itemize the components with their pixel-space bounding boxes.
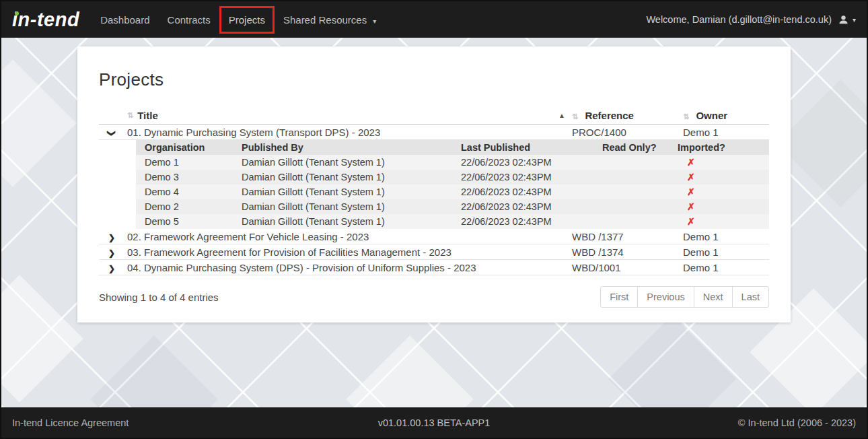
not-imported-icon: ✗ <box>678 157 769 168</box>
copyright-text: © In-tend Ltd (2006 - 2023) <box>738 417 856 428</box>
detail-organisation: Demo 5 <box>145 216 242 227</box>
row-detail-table: Organisation Published By Last Published… <box>136 140 769 229</box>
detail-published-by: Damian Gillott (Tenant System 1) <box>242 172 461 182</box>
entries-summary: Showing 1 to 4 of 4 entries <box>99 292 219 303</box>
table-row[interactable]: ❯ 01. Dynamic Purchasing System (Transpo… <box>99 125 769 140</box>
table-row[interactable]: ❯ 02. Framework Agreement For Vehicle Le… <box>99 229 769 244</box>
background-diamond <box>608 315 736 407</box>
detail-row: Demo 4 Damian Gillott (Tenant System 1) … <box>136 184 769 199</box>
not-imported-icon: ✗ <box>678 172 769 182</box>
detail-column-published-by: Published By <box>242 142 461 153</box>
pagination-previous-button[interactable]: Previous <box>637 286 694 308</box>
column-header-reference-label: Reference <box>585 110 634 121</box>
page-title: Projects <box>99 69 769 90</box>
detail-last-published: 22/06/2023 02:43PM <box>461 187 602 197</box>
not-imported-icon: ✗ <box>678 201 769 212</box>
app-logo-text: in-tend <box>12 9 79 30</box>
expand-row-icon[interactable]: ❯ <box>108 265 115 273</box>
detail-organisation: Demo 4 <box>145 187 242 197</box>
detail-organisation: Demo 2 <box>145 201 242 212</box>
expand-row-icon[interactable]: ❯ <box>108 234 115 242</box>
detail-column-imported: Imported? <box>678 142 769 153</box>
chevron-down-icon: ▾ <box>853 16 856 24</box>
background-diamond <box>1 59 77 187</box>
detail-published-by: Damian Gillott (Tenant System 1) <box>242 187 461 197</box>
detail-last-published: 22/06/2023 02:43PM <box>461 216 602 227</box>
column-header-title[interactable]: ⇅ Title ▲ <box>127 110 572 121</box>
row-reference: WBD /1377 <box>572 231 683 242</box>
nav-item-dashboard[interactable]: Dashboard <box>92 8 158 32</box>
licence-agreement-link[interactable]: In-tend Licence Agreement <box>12 417 129 428</box>
logo-green-dot <box>15 11 19 15</box>
main-content-area: Projects ⇅ Title ▲ ⇅ Reference ⇅ <box>1 38 867 407</box>
not-imported-icon: ✗ <box>678 187 769 197</box>
not-imported-icon: ✗ <box>678 216 769 227</box>
detail-column-read-only: Read Only? <box>602 142 678 153</box>
pagination: First Previous Next Last <box>600 286 769 308</box>
detail-header-row: Organisation Published By Last Published… <box>136 140 769 155</box>
detail-published-by: Damian Gillott (Tenant System 1) <box>242 157 461 168</box>
sort-icon[interactable]: ⇅ <box>683 112 689 121</box>
pagination-last-button[interactable]: Last <box>732 286 769 308</box>
table-row[interactable]: ❯ 04. Dynamic Purchasing System (DPS) - … <box>99 260 769 275</box>
app-window: in-tend Dashboard Contracts Projects Sha… <box>0 0 868 439</box>
row-reference: WBD/1001 <box>572 262 683 273</box>
nav-item-shared-resources-label: Shared Resources <box>283 14 367 26</box>
background-diamond <box>346 335 474 407</box>
column-header-reference[interactable]: ⇅ Reference <box>572 110 683 121</box>
detail-column-last-published: Last Published <box>461 142 602 153</box>
sort-icon[interactable]: ⇅ <box>127 111 133 120</box>
detail-column-organisation: Organisation <box>145 142 242 153</box>
detail-organisation: Demo 3 <box>145 172 242 182</box>
table-header-row: ⇅ Title ▲ ⇅ Reference ⇅ Owner <box>99 106 769 125</box>
projects-table: ⇅ Title ▲ ⇅ Reference ⇅ Owner <box>99 106 769 308</box>
main-navigation: Dashboard Contracts Projects Shared Reso… <box>92 1 385 38</box>
row-title: 01. Dynamic Purchasing System (Transport… <box>127 127 572 138</box>
row-owner: Demo 1 <box>683 246 769 258</box>
detail-published-by: Damian Gillott (Tenant System 1) <box>242 201 461 212</box>
expand-cell: ❯ <box>99 127 127 138</box>
row-owner: Demo 1 <box>683 262 769 273</box>
nav-item-contracts[interactable]: Contracts <box>159 8 219 32</box>
row-title: 03. Framework Agreement for Provision of… <box>127 246 572 258</box>
detail-row: Demo 1 Damian Gillott (Tenant System 1) … <box>136 155 769 170</box>
projects-card: Projects ⇅ Title ▲ ⇅ Reference ⇅ <box>77 46 791 323</box>
detail-published-by: Damian Gillott (Tenant System 1) <box>242 216 461 227</box>
table-row[interactable]: ❯ 03. Framework Agreement for Provision … <box>99 244 769 260</box>
navbar-right: Welcome, Damian (d.gillott@in-tend.co.uk… <box>646 14 856 26</box>
expand-cell: ❯ <box>99 262 127 273</box>
sort-ascending-icon: ▲ <box>558 112 565 119</box>
collapse-row-icon[interactable]: ❯ <box>108 129 116 136</box>
table-footer: Showing 1 to 4 of 4 entries First Previo… <box>99 286 769 308</box>
expand-cell: ❯ <box>99 246 127 258</box>
top-navbar: in-tend Dashboard Contracts Projects Sha… <box>1 1 867 38</box>
app-logo[interactable]: in-tend <box>12 10 79 30</box>
nav-item-shared-resources[interactable]: Shared Resources ▾ <box>275 8 385 32</box>
version-text: v01.01.00.13 BETA-APP1 <box>1 417 867 428</box>
column-header-owner-label: Owner <box>696 110 727 121</box>
pagination-first-button[interactable]: First <box>600 286 638 308</box>
detail-row: Demo 5 Damian Gillott (Tenant System 1) … <box>136 214 769 229</box>
detail-last-published: 22/06/2023 02:43PM <box>461 201 602 212</box>
user-icon <box>838 14 849 26</box>
detail-row: Demo 2 Damian Gillott (Tenant System 1) … <box>136 199 769 214</box>
row-reference: WBD /1374 <box>572 246 683 258</box>
user-menu[interactable]: ▾ <box>838 14 856 26</box>
welcome-text: Welcome, Damian (d.gillott@in-tend.co.uk… <box>646 14 832 25</box>
column-header-title-label: Title <box>137 110 158 121</box>
nav-item-projects[interactable]: Projects <box>219 6 275 34</box>
detail-row: Demo 3 Damian Gillott (Tenant System 1) … <box>136 170 769 184</box>
chevron-down-icon: ▾ <box>373 18 376 25</box>
detail-last-published: 22/06/2023 02:43PM <box>461 172 602 182</box>
row-owner: Demo 1 <box>683 231 769 242</box>
expand-cell: ❯ <box>99 231 127 242</box>
sort-icon[interactable]: ⇅ <box>572 112 578 121</box>
background-diamond <box>90 335 218 407</box>
detail-last-published: 22/06/2023 02:43PM <box>461 157 602 168</box>
row-reference: PROC/1400 <box>572 127 683 138</box>
column-header-owner[interactable]: ⇅ Owner <box>683 110 769 121</box>
expand-row-icon[interactable]: ❯ <box>108 249 115 257</box>
row-title: 04. Dynamic Purchasing System (DPS) - Pr… <box>127 262 572 273</box>
background-diamond <box>1 275 83 403</box>
pagination-next-button[interactable]: Next <box>694 286 733 308</box>
